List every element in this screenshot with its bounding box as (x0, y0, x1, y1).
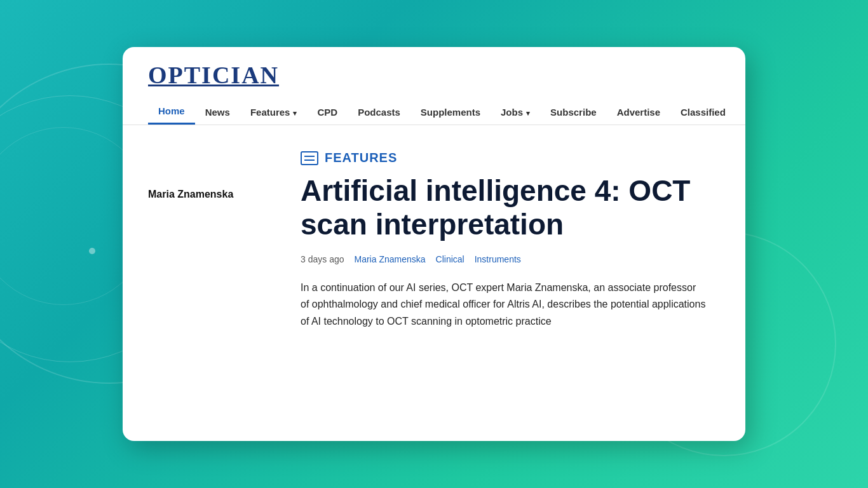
site-nav: HomeNewsFeatures ▾CPDPodcastsSupplements… (148, 99, 720, 125)
article-tag-clinical[interactable]: Clinical (436, 254, 465, 264)
sidebar-author-name: Maria Znamenska (148, 189, 233, 200)
nav-item-classified[interactable]: Classified (670, 100, 736, 124)
article-card: OPTICIAN HomeNewsFeatures ▾CPDPodcastsSu… (123, 47, 745, 441)
nav-chevron-features: ▾ (291, 109, 297, 117)
article-category: FEATURES (301, 151, 720, 165)
article-excerpt: In a continuation of our AI series, OCT … (301, 280, 707, 330)
nav-item-jobs[interactable]: Jobs ▾ (491, 100, 540, 124)
category-icon (301, 151, 318, 165)
article-author-link[interactable]: Maria Znamenska (355, 254, 426, 264)
nav-item-subscribe[interactable]: Subscribe (540, 100, 607, 124)
site-header: OPTICIAN HomeNewsFeatures ▾CPDPodcastsSu… (123, 47, 745, 125)
article-meta: 3 days ago Maria Znamenska Clinical Inst… (301, 254, 720, 264)
nav-item-supplements[interactable]: Supplements (410, 100, 491, 124)
article-sidebar: Maria Znamenska (148, 151, 288, 330)
article-area: Maria Znamenska FEATURES Artificial inte… (123, 125, 745, 355)
article-title: Artificial intelligence 4: OCT scan inte… (301, 174, 720, 241)
nav-item-features[interactable]: Features ▾ (240, 100, 308, 124)
bg-dot-decoration (89, 248, 95, 254)
nav-item-advertise[interactable]: Advertise (607, 100, 670, 124)
article-main: FEATURES Artificial intelligence 4: OCT … (288, 151, 720, 330)
article-date: 3 days ago (301, 254, 344, 264)
category-label: FEATURES (325, 151, 397, 165)
site-logo[interactable]: OPTICIAN (148, 61, 279, 89)
nav-item-home[interactable]: Home (148, 99, 195, 125)
nav-item-cpd[interactable]: CPD (307, 100, 348, 124)
nav-item-news[interactable]: News (195, 100, 240, 124)
nav-item-podcasts[interactable]: Podcasts (348, 100, 410, 124)
nav-chevron-jobs: ▾ (524, 109, 530, 117)
article-tag-instruments[interactable]: Instruments (475, 254, 521, 264)
